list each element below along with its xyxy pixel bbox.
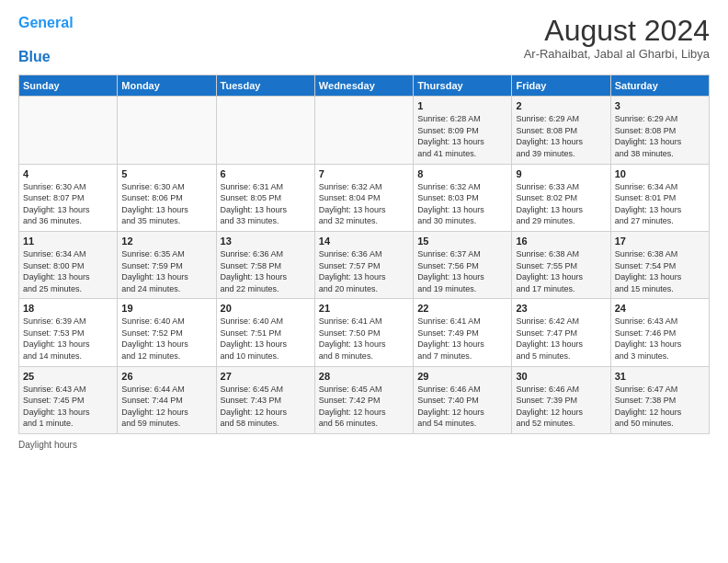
calendar-cell	[314, 97, 413, 164]
day-info: Sunrise: 6:33 AM Sunset: 8:02 PM Dayligh…	[516, 181, 606, 227]
page: General Blue GeneralBlue August 2024 Ar-…	[0, 0, 728, 563]
day-number: 14	[319, 236, 409, 247]
calendar-cell: 21Sunrise: 6:41 AM Sunset: 7:50 PM Dayli…	[314, 299, 413, 366]
calendar-cell	[216, 97, 314, 164]
day-info: Sunrise: 6:32 AM Sunset: 8:03 PM Dayligh…	[417, 181, 507, 227]
calendar-cell: 29Sunrise: 6:46 AM Sunset: 7:40 PM Dayli…	[414, 366, 512, 433]
week-row-5: 25Sunrise: 6:43 AM Sunset: 7:45 PM Dayli…	[19, 366, 710, 433]
day-info: Sunrise: 6:46 AM Sunset: 7:39 PM Dayligh…	[516, 384, 606, 430]
calendar-table: SundayMondayTuesdayWednesdayThursdayFrid…	[18, 75, 710, 434]
day-info: Sunrise: 6:35 AM Sunset: 7:59 PM Dayligh…	[121, 248, 211, 294]
calendar-cell: 3Sunrise: 6:29 AM Sunset: 8:08 PM Daylig…	[610, 97, 709, 164]
col-header-monday: Monday	[118, 75, 216, 97]
day-info: Sunrise: 6:47 AM Sunset: 7:38 PM Dayligh…	[615, 384, 705, 430]
day-info: Sunrise: 6:43 AM Sunset: 7:46 PM Dayligh…	[615, 316, 705, 362]
day-info: Sunrise: 6:29 AM Sunset: 8:08 PM Dayligh…	[516, 113, 606, 159]
day-number: 4	[23, 168, 113, 179]
calendar-cell	[118, 97, 216, 164]
header: General Blue GeneralBlue August 2024 Ar-…	[18, 15, 710, 65]
day-number: 10	[615, 168, 705, 179]
day-info: Sunrise: 6:34 AM Sunset: 8:00 PM Dayligh…	[23, 248, 113, 294]
day-number: 22	[417, 303, 507, 314]
day-info: Sunrise: 6:30 AM Sunset: 8:06 PM Dayligh…	[121, 181, 211, 227]
week-row-4: 18Sunrise: 6:39 AM Sunset: 7:53 PM Dayli…	[19, 299, 710, 366]
day-number: 23	[516, 303, 606, 314]
col-header-sunday: Sunday	[19, 75, 118, 97]
day-number: 19	[121, 303, 211, 314]
calendar-cell: 25Sunrise: 6:43 AM Sunset: 7:45 PM Dayli…	[19, 366, 118, 433]
col-header-wednesday: Wednesday	[314, 75, 413, 97]
day-number: 15	[417, 236, 507, 247]
calendar-cell: 22Sunrise: 6:41 AM Sunset: 7:49 PM Dayli…	[414, 299, 512, 366]
day-info: Sunrise: 6:39 AM Sunset: 7:53 PM Dayligh…	[23, 316, 113, 362]
day-info: Sunrise: 6:44 AM Sunset: 7:44 PM Dayligh…	[121, 384, 211, 430]
calendar-cell: 5Sunrise: 6:30 AM Sunset: 8:06 PM Daylig…	[118, 164, 216, 231]
calendar-cell: 28Sunrise: 6:45 AM Sunset: 7:42 PM Dayli…	[314, 366, 413, 433]
day-number: 29	[417, 371, 507, 382]
day-number: 12	[121, 236, 211, 247]
day-number: 5	[121, 168, 211, 179]
calendar-cell: 14Sunrise: 6:36 AM Sunset: 7:57 PM Dayli…	[314, 231, 413, 298]
day-info: Sunrise: 6:34 AM Sunset: 8:01 PM Dayligh…	[615, 181, 705, 227]
day-number: 16	[516, 236, 606, 247]
day-info: Sunrise: 6:46 AM Sunset: 7:40 PM Dayligh…	[417, 384, 507, 430]
subtitle: Ar-Rahaibat, Jabal al Gharbi, Libya	[524, 47, 710, 61]
day-number: 3	[615, 100, 705, 111]
day-info: Sunrise: 6:41 AM Sunset: 7:50 PM Dayligh…	[319, 316, 409, 362]
day-info: Sunrise: 6:31 AM Sunset: 8:05 PM Dayligh…	[221, 181, 311, 227]
day-info: Sunrise: 6:42 AM Sunset: 7:47 PM Dayligh…	[516, 316, 606, 362]
day-number: 1	[417, 100, 507, 111]
calendar-cell: 9Sunrise: 6:33 AM Sunset: 8:02 PM Daylig…	[512, 164, 610, 231]
col-header-thursday: Thursday	[414, 75, 512, 97]
calendar-cell: 10Sunrise: 6:34 AM Sunset: 8:01 PM Dayli…	[610, 164, 709, 231]
day-number: 17	[615, 236, 705, 247]
day-info: Sunrise: 6:36 AM Sunset: 7:57 PM Dayligh…	[319, 248, 409, 294]
col-header-saturday: Saturday	[610, 75, 709, 97]
week-row-2: 4Sunrise: 6:30 AM Sunset: 8:07 PM Daylig…	[19, 164, 710, 231]
day-number: 9	[516, 168, 606, 179]
day-info: Sunrise: 6:41 AM Sunset: 7:49 PM Dayligh…	[417, 316, 507, 362]
calendar-cell: 27Sunrise: 6:45 AM Sunset: 7:43 PM Dayli…	[216, 366, 314, 433]
calendar-cell: 20Sunrise: 6:40 AM Sunset: 7:51 PM Dayli…	[216, 299, 314, 366]
calendar-cell: 24Sunrise: 6:43 AM Sunset: 7:46 PM Dayli…	[610, 299, 709, 366]
footer: Daylight hours	[18, 440, 710, 450]
col-header-tuesday: Tuesday	[216, 75, 314, 97]
day-info: Sunrise: 6:45 AM Sunset: 7:43 PM Dayligh…	[221, 384, 311, 430]
logo: General Blue GeneralBlue	[18, 15, 74, 65]
day-number: 20	[221, 303, 311, 314]
week-row-1: 1Sunrise: 6:28 AM Sunset: 8:09 PM Daylig…	[19, 97, 710, 164]
day-info: Sunrise: 6:38 AM Sunset: 7:55 PM Dayligh…	[516, 248, 606, 294]
day-info: Sunrise: 6:38 AM Sunset: 7:54 PM Dayligh…	[615, 248, 705, 294]
calendar-cell: 30Sunrise: 6:46 AM Sunset: 7:39 PM Dayli…	[512, 366, 610, 433]
calendar-cell: 12Sunrise: 6:35 AM Sunset: 7:59 PM Dayli…	[118, 231, 216, 298]
calendar-cell: 2Sunrise: 6:29 AM Sunset: 8:08 PM Daylig…	[512, 97, 610, 164]
day-number: 24	[615, 303, 705, 314]
daylight-label: Daylight hours	[18, 440, 77, 450]
calendar-cell: 31Sunrise: 6:47 AM Sunset: 7:38 PM Dayli…	[610, 366, 709, 433]
col-header-friday: Friday	[512, 75, 610, 97]
day-info: Sunrise: 6:40 AM Sunset: 7:51 PM Dayligh…	[221, 316, 311, 362]
day-number: 7	[319, 168, 409, 179]
calendar-cell: 17Sunrise: 6:38 AM Sunset: 7:54 PM Dayli…	[610, 231, 709, 298]
week-row-3: 11Sunrise: 6:34 AM Sunset: 8:00 PM Dayli…	[19, 231, 710, 298]
calendar-cell: 16Sunrise: 6:38 AM Sunset: 7:55 PM Dayli…	[512, 231, 610, 298]
day-number: 11	[23, 236, 113, 247]
day-number: 30	[516, 371, 606, 382]
day-number: 21	[319, 303, 409, 314]
calendar-cell: 26Sunrise: 6:44 AM Sunset: 7:44 PM Dayli…	[118, 366, 216, 433]
day-info: Sunrise: 6:36 AM Sunset: 7:58 PM Dayligh…	[221, 248, 311, 294]
calendar-cell: 6Sunrise: 6:31 AM Sunset: 8:05 PM Daylig…	[216, 164, 314, 231]
day-number: 6	[221, 168, 311, 179]
calendar-cell	[19, 97, 118, 164]
main-title: August 2024	[524, 15, 710, 47]
calendar-cell: 19Sunrise: 6:40 AM Sunset: 7:52 PM Dayli…	[118, 299, 216, 366]
day-info: Sunrise: 6:37 AM Sunset: 7:56 PM Dayligh…	[417, 248, 507, 294]
day-number: 26	[121, 371, 211, 382]
calendar-cell: 7Sunrise: 6:32 AM Sunset: 8:04 PM Daylig…	[314, 164, 413, 231]
day-info: Sunrise: 6:28 AM Sunset: 8:09 PM Dayligh…	[417, 113, 507, 159]
logo-text: GeneralBlue	[18, 15, 74, 65]
calendar-cell: 23Sunrise: 6:42 AM Sunset: 7:47 PM Dayli…	[512, 299, 610, 366]
day-number: 2	[516, 100, 606, 111]
day-info: Sunrise: 6:43 AM Sunset: 7:45 PM Dayligh…	[23, 384, 113, 430]
calendar-cell: 18Sunrise: 6:39 AM Sunset: 7:53 PM Dayli…	[19, 299, 118, 366]
